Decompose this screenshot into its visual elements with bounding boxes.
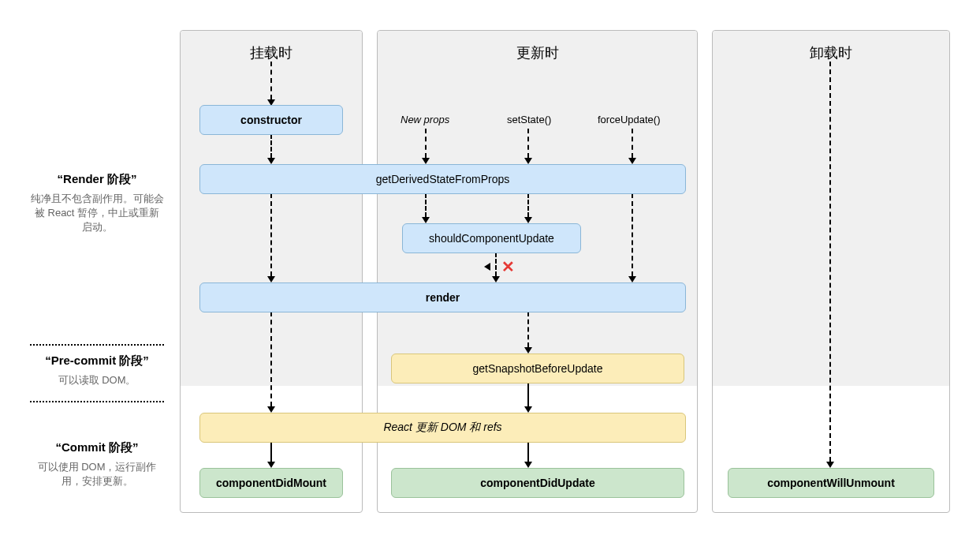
phase-precommit-desc: 可以读取 DOM。 <box>30 373 164 387</box>
node-componentdidmount[interactable]: componentDidMount <box>199 468 343 498</box>
arrow-mount-gdsfp-render <box>270 193 272 276</box>
phase-divider-2 <box>30 401 164 402</box>
node-react-updates-dom-refs: React 更新 DOM 和 refs <box>199 413 686 443</box>
arrow-render-gsbu <box>527 312 529 347</box>
trigger-newprops: New props <box>401 114 449 125</box>
arrow-scu-false <box>484 263 490 271</box>
phase-commit: “Commit 阶段” 可以使用 DOM，运行副作用，安排更新。 <box>30 440 164 488</box>
node-getsnapshotbeforeupdate[interactable]: getSnapshotBeforeUpdate <box>391 354 684 383</box>
arrow-newprops-gdsfp <box>425 129 427 158</box>
arrow-forceupdate-gdsfp <box>632 129 633 158</box>
phase-render-desc: 纯净且不包含副作用。可能会被 React 暂停，中止或重新启动。 <box>30 192 164 235</box>
arrow-mount-top <box>270 62 272 99</box>
phase-precommit-title: “Pre-commit 阶段” <box>30 354 164 369</box>
phase-precommit: “Pre-commit 阶段” 可以读取 DOM。 <box>30 354 164 387</box>
phase-render: “Render 阶段” 纯净且不包含副作用。可能会被 React 暂停，中止或重… <box>30 172 164 235</box>
diagram-container: “Render 阶段” 纯净且不包含副作用。可能会被 React 暂停，中止或重… <box>14 14 966 521</box>
node-getderivedstatefromprops[interactable]: getDerivedStateFromProps <box>199 164 686 194</box>
phase-render-title: “Render 阶段” <box>30 172 164 187</box>
node-shouldcomponentupdate[interactable]: shouldComponentUpdate <box>402 223 581 253</box>
column-mount-title: 挂载时 <box>181 31 362 62</box>
column-update-title: 更新时 <box>378 31 697 62</box>
arrow-gdsfp-scu-1 <box>425 193 427 217</box>
arrow-mount-ctor-gdsfp <box>270 134 272 158</box>
column-unmount: 卸载时 <box>712 30 950 513</box>
node-render[interactable]: render <box>199 282 686 312</box>
node-componentdidupdate[interactable]: componentDidUpdate <box>391 468 684 498</box>
node-componentwillunmount[interactable]: componentWillUnmount <box>728 468 934 498</box>
arrow-mount-render-updatedom <box>270 312 272 406</box>
arrow-updatedom-cdu <box>527 442 529 462</box>
arrow-gdsfp-scu-2 <box>527 193 529 217</box>
arrow-gsbu-updatedom <box>527 383 529 406</box>
phase-divider-1 <box>30 344 164 346</box>
phase-commit-desc: 可以使用 DOM，运行副作用，安排更新。 <box>30 460 164 488</box>
arrow-gdsfp-render-force <box>632 193 633 276</box>
trigger-forceupdate: forceUpdate() <box>598 114 660 125</box>
x-mark-icon: ✕ <box>501 257 515 276</box>
phase-commit-title: “Commit 阶段” <box>30 440 164 455</box>
trigger-setstate: setState() <box>507 114 551 125</box>
arrow-scu-render <box>495 253 497 276</box>
arrow-setstate-gdsfp <box>527 129 529 158</box>
column-unmount-title: 卸载时 <box>713 31 949 62</box>
column-unmount-renderphase-bg <box>713 31 949 386</box>
arrow-unmount <box>829 62 831 462</box>
arrow-mount-updatedom-cdm <box>270 442 272 462</box>
node-constructor[interactable]: constructor <box>199 105 343 135</box>
